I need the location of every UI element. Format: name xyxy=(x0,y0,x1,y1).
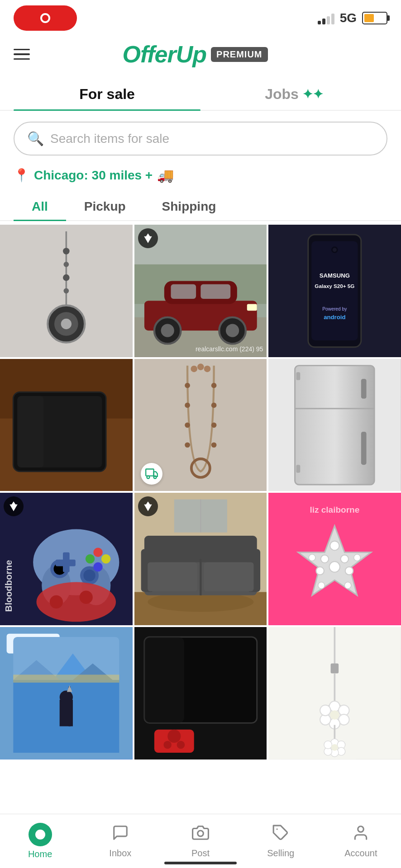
filter-tab-all[interactable]: All xyxy=(14,192,66,220)
signal-icon xyxy=(318,12,334,24)
nav-item-inbox[interactable]: Inbox xyxy=(80,814,160,868)
svg-text:liz claiborne: liz claiborne xyxy=(310,505,360,514)
grid-item-8[interactable] xyxy=(134,493,267,625)
watermark-car: realcarsllc.com (224) 95 xyxy=(196,345,263,353)
grid-item-6[interactable] xyxy=(268,359,401,491)
filter-tab-pickup[interactable]: Pickup xyxy=(66,192,144,220)
nav-label-account: Account xyxy=(344,848,377,859)
svg-point-96 xyxy=(345,567,353,575)
filter-all-label: All xyxy=(32,199,48,213)
boost-badge-car xyxy=(138,228,158,248)
post-icon xyxy=(192,824,209,845)
svg-rect-15 xyxy=(171,284,196,299)
search-container: 🔍 Search items for sale xyxy=(0,111,401,160)
svg-point-145 xyxy=(358,826,364,832)
svg-point-75 xyxy=(50,595,63,609)
logo-container: OfferUp PREMIUM xyxy=(122,41,267,68)
svg-point-143 xyxy=(198,830,204,836)
svg-rect-56 xyxy=(361,432,367,465)
svg-text:Galaxy S20+ 5G: Galaxy S20+ 5G xyxy=(315,283,355,289)
grid-item-5[interactable] xyxy=(134,359,267,491)
svg-point-93 xyxy=(321,555,329,563)
tab-jobs-label: Jobs xyxy=(265,86,299,103)
search-bar[interactable]: 🔍 Search items for sale xyxy=(14,122,387,156)
svg-point-42 xyxy=(211,402,216,408)
svg-rect-117 xyxy=(144,637,184,723)
svg-point-44 xyxy=(211,442,216,448)
filter-tab-shipping[interactable]: Shipping xyxy=(144,192,234,220)
svg-point-50 xyxy=(147,476,149,479)
svg-rect-69 xyxy=(56,560,76,566)
menu-button[interactable] xyxy=(14,49,30,60)
item-image-11 xyxy=(134,627,267,760)
svg-text:Powered by: Powered by xyxy=(323,307,348,311)
nav-item-account[interactable]: Account xyxy=(321,814,401,868)
svg-point-72 xyxy=(93,562,102,571)
network-type: 5G xyxy=(340,11,357,25)
jobs-tab-content: Jobs ✦✦ xyxy=(200,86,387,103)
hamburger-line xyxy=(14,49,30,51)
grid-item-12[interactable] xyxy=(268,627,401,760)
tab-for-sale[interactable]: For sale xyxy=(14,77,200,110)
svg-rect-21 xyxy=(247,304,257,311)
grid-item-3[interactable]: SAMSUNG Galaxy S20+ 5G Powered by androi… xyxy=(268,225,401,357)
hamburger-line xyxy=(14,53,30,55)
svg-rect-110 xyxy=(13,675,119,683)
item-image-3: SAMSUNG Galaxy S20+ 5G Powered by androi… xyxy=(268,225,401,357)
truck-badge-5 xyxy=(141,463,162,485)
svg-point-3 xyxy=(63,262,69,267)
svg-point-43 xyxy=(211,422,216,428)
tab-for-sale-label: For sale xyxy=(79,86,135,102)
filter-tabs: All Pickup Shipping xyxy=(0,192,401,221)
account-icon xyxy=(352,824,369,845)
tab-jobs[interactable]: Jobs ✦✦ xyxy=(200,77,387,110)
location-pin-icon: 📍 xyxy=(14,168,29,183)
location-bar[interactable]: 📍 Chicago: 30 miles + 🚚 xyxy=(0,160,401,192)
svg-rect-85 xyxy=(148,562,197,591)
nav-item-home[interactable]: Home xyxy=(0,814,80,868)
main-tabs: For sale Jobs ✦✦ xyxy=(0,77,401,111)
svg-point-94 xyxy=(341,555,349,563)
svg-point-119 xyxy=(167,730,181,743)
battery-level xyxy=(364,14,374,22)
svg-text:SAMSUNG: SAMSUNG xyxy=(320,272,350,279)
svg-text:Bloodborne: Bloodborne xyxy=(3,560,14,612)
grid-item-7[interactable]: Bloodborne xyxy=(0,493,133,625)
inbox-icon xyxy=(112,824,129,845)
svg-point-20 xyxy=(226,324,239,337)
svg-point-70 xyxy=(93,548,102,557)
selling-icon xyxy=(272,824,289,845)
svg-point-40 xyxy=(185,442,190,448)
record-dot-icon xyxy=(39,12,52,24)
item-image-1 xyxy=(0,225,133,357)
svg-rect-124 xyxy=(331,663,339,673)
svg-point-37 xyxy=(185,382,190,388)
svg-point-132 xyxy=(320,705,330,716)
location-text: Chicago: 30 miles + xyxy=(34,168,153,183)
nav-item-selling[interactable]: Selling xyxy=(241,814,321,868)
nav-item-post[interactable]: Post xyxy=(160,814,240,868)
filter-shipping-label: Shipping xyxy=(162,199,216,213)
item-image-9: liz claiborne xyxy=(268,493,401,625)
svg-point-98 xyxy=(309,554,316,561)
svg-point-39 xyxy=(185,422,190,428)
grid-item-1[interactable] xyxy=(0,225,133,357)
svg-rect-58 xyxy=(296,465,301,473)
grid-item-4[interactable] xyxy=(0,359,133,491)
signal-bar-3 xyxy=(327,16,330,24)
search-input[interactable]: Search items for sale xyxy=(50,132,169,146)
grid-item-11[interactable] xyxy=(134,627,267,760)
filter-pickup-label: Pickup xyxy=(84,199,126,213)
svg-rect-35 xyxy=(17,396,44,467)
nav-label-inbox: Inbox xyxy=(109,848,131,859)
nav-label-home: Home xyxy=(28,849,52,859)
grid-item-9[interactable]: liz claiborne xyxy=(268,493,401,625)
status-bar: 5G xyxy=(0,0,401,36)
svg-point-30 xyxy=(333,248,337,252)
grid-item-2[interactable]: realcarsllc.com (224) 95 xyxy=(134,225,267,357)
record-button[interactable] xyxy=(14,5,77,31)
svg-point-112 xyxy=(60,690,73,703)
grid-item-10[interactable]: Wii U xyxy=(0,627,133,760)
home-indicator xyxy=(164,862,237,864)
item-image-6 xyxy=(268,359,401,491)
